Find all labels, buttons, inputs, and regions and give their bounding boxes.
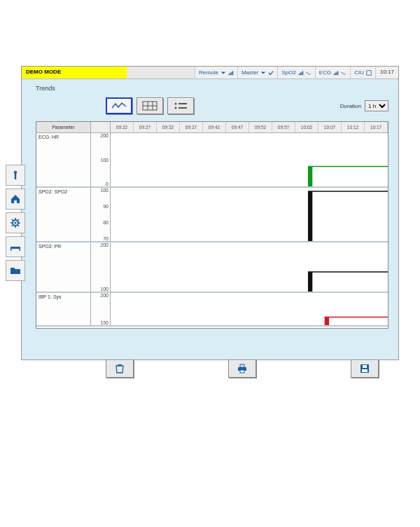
time-axis: 09:2209:2709:3209:3709:4209:4709:5209:57… [111,122,388,132]
trend-row: SPO2: SPO2100908070 [36,188,388,242]
svg-point-23 [175,107,177,109]
disk-icon [359,363,370,374]
time-tick: 10:17 [365,122,388,132]
home-icon [10,193,21,205]
time-tick: 10:02 [295,122,318,132]
svg-rect-31 [362,369,368,372]
time-tick: 10:12 [342,122,365,132]
list-icon [173,101,188,111]
list-view-button[interactable] [167,97,194,114]
trend-rows: ECG: HR2001000SPO2: SPO2100908070SPO2: P… [36,133,388,328]
wave-icon [306,70,312,76]
trends-header: Parameter 09:2209:2709:3209:3709:4209:47… [36,122,388,133]
svg-rect-25 [118,364,122,366]
sidebar [6,165,25,281]
trend-row: IBP 1: Sys200150 [36,293,388,327]
svg-point-13 [15,222,17,224]
duration-label: Duration [340,103,361,109]
time-tick: 09:57 [272,122,295,132]
topbar-item-remote[interactable]: Remote [195,67,237,78]
axis-tick: 70 [103,236,108,241]
topbar-label: Master [241,69,258,76]
axis-tick: 150 [100,320,108,325]
svg-rect-5 [302,71,303,75]
topbar: DEMO MODE Remote Master SpO2 ECG CIU 10:… [22,67,398,79]
svg-rect-0 [229,73,230,74]
axis-tick: 100 [100,188,108,193]
time-tick: 09:32 [157,122,180,132]
axis-tick: 200 [100,133,108,138]
topbar-item-ecg[interactable]: ECG [315,67,350,78]
svg-point-21 [175,103,177,105]
svg-rect-11 [15,174,16,179]
trend-plot [111,242,388,292]
svg-rect-24 [178,107,187,109]
dropdown-icon [220,70,226,76]
svg-point-10 [14,171,17,174]
sidebar-records-button[interactable] [6,260,25,281]
time-tick: 09:22 [111,122,134,132]
folder-icon [10,265,21,276]
print-button[interactable] [228,360,256,378]
svg-rect-9 [367,70,371,74]
axis-tick: 100 [100,287,108,292]
svg-rect-28 [240,370,244,373]
duration-control: Duration 1 h [340,100,388,111]
sidebar-patient-button[interactable] [6,165,25,186]
clock: 10:17 [375,67,398,78]
topbar-item-spo2[interactable]: SpO2 [277,67,314,78]
parameter-label: ECG: HR [36,133,91,186]
axis-tick: 0 [106,182,108,186]
graph-view-button[interactable] [106,97,132,114]
trend-plot [111,133,388,186]
topbar-label: CIU [354,69,364,76]
svg-rect-22 [178,103,187,104]
trend-row: ECG: HR2001000 [36,133,388,188]
module-icon [366,70,372,76]
svg-rect-2 [232,71,234,75]
y-axis: 100908070 [91,188,111,241]
axis-tick: 100 [100,158,108,163]
delete-button[interactable] [106,360,134,378]
wave-icon [341,70,346,76]
topbar-item-master[interactable]: Master [237,67,277,78]
time-tick: 09:27 [134,122,157,132]
printer-icon [237,363,248,374]
signal-icon [228,70,234,76]
topbar-label: ECG [319,69,331,76]
axis-tick: 80 [103,220,108,225]
content: Trends Duration 1 h Parameter 09 [36,85,388,354]
time-tick: 09:37 [180,122,203,132]
table-icon [142,101,158,111]
svg-rect-16 [20,249,21,251]
svg-rect-1 [230,72,232,75]
trend-row: SPO2: PR200100 [36,242,388,293]
svg-rect-6 [334,73,335,74]
signal-icon [333,70,339,76]
topbar-item-ciu[interactable]: CIU [350,67,375,78]
axis-header [91,122,111,132]
time-tick: 10:07 [318,122,342,132]
sidebar-bed-button[interactable] [6,236,25,257]
parameter-label: IBP 1: Sys [36,293,91,325]
duration-select[interactable]: 1 h [365,100,388,111]
parameter-header: Parameter [36,122,91,132]
app-window: DEMO MODE Remote Master SpO2 ECG CIU 10:… [21,66,399,360]
sidebar-settings-button[interactable] [6,212,25,233]
check-icon [268,70,274,76]
sidebar-home-button[interactable] [6,189,25,210]
save-button[interactable] [351,360,379,378]
table-view-button[interactable] [136,97,163,114]
signal-icon [298,70,304,76]
gear-icon [10,217,21,228]
svg-rect-30 [363,365,367,368]
trends-block: Parameter 09:2209:2709:3209:3709:4209:47… [36,121,388,329]
trend-plot [111,293,388,325]
time-tick: 09:47 [226,122,249,132]
person-icon [10,170,21,181]
topbar-label: Remote [199,69,218,76]
axis-tick: 200 [100,293,108,298]
page-title: Trends [36,85,388,92]
y-axis: 200100 [91,242,111,292]
axis-tick: 200 [100,242,108,247]
